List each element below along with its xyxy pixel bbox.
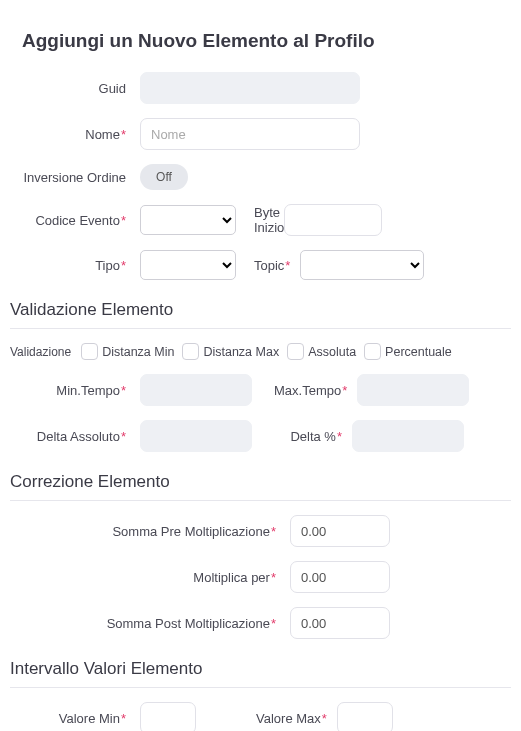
moltiplica-field[interactable] xyxy=(290,561,390,593)
distanza-max-label: Distanza Max xyxy=(203,345,279,359)
min-tempo-label: Min.Tempo* xyxy=(10,383,140,398)
valore-max-label: Valore Max* xyxy=(196,711,337,726)
delta-assoluto-label: Delta Assoluto* xyxy=(10,429,140,444)
codice-evento-label: Codice Evento* xyxy=(10,213,140,228)
inversione-label: Inversione Ordine xyxy=(10,170,140,185)
tipo-label: Tipo* xyxy=(10,258,140,273)
max-tempo-field xyxy=(357,374,469,406)
byte-inizio-field[interactable] xyxy=(284,204,382,236)
assoluta-label: Assoluta xyxy=(308,345,356,359)
somma-post-field[interactable] xyxy=(290,607,390,639)
codice-evento-select[interactable] xyxy=(140,205,236,235)
min-tempo-field xyxy=(140,374,252,406)
somma-pre-label: Somma Pre Moltiplicazione* xyxy=(10,524,290,539)
distanza-min-checkbox[interactable] xyxy=(81,343,98,360)
validazione-group-label: Validazione xyxy=(10,345,71,359)
distanza-min-label: Distanza Min xyxy=(102,345,174,359)
inversione-toggle[interactable]: Off xyxy=(140,164,188,190)
nome-field[interactable] xyxy=(140,118,360,150)
max-tempo-label: Max.Tempo* xyxy=(252,383,357,398)
moltiplica-label: Moltiplica per* xyxy=(10,570,290,585)
delta-pct-field xyxy=(352,420,464,452)
topic-label: Topic* xyxy=(236,258,300,273)
percentuale-label: Percentuale xyxy=(385,345,452,359)
valore-min-field[interactable] xyxy=(140,702,196,731)
page-title: Aggiungi un Nuovo Elemento al Profilo xyxy=(22,30,521,52)
valore-min-label: Valore Min* xyxy=(10,711,140,726)
guid-field xyxy=(140,72,360,104)
section-correzione-title: Correzione Elemento xyxy=(10,472,511,501)
nome-label: Nome* xyxy=(10,127,140,142)
tipo-select[interactable] xyxy=(140,250,236,280)
byte-inizio-label: Byte Inizio* xyxy=(236,205,284,235)
delta-assoluto-field xyxy=(140,420,252,452)
topic-select[interactable] xyxy=(300,250,424,280)
distanza-max-checkbox[interactable] xyxy=(182,343,199,360)
delta-pct-label: Delta %* xyxy=(252,429,352,444)
somma-pre-field[interactable] xyxy=(290,515,390,547)
percentuale-checkbox[interactable] xyxy=(364,343,381,360)
guid-label: Guid xyxy=(10,81,140,96)
somma-post-label: Somma Post Moltiplicazione* xyxy=(10,616,290,631)
assoluta-checkbox[interactable] xyxy=(287,343,304,360)
valore-max-field[interactable] xyxy=(337,702,393,731)
section-intervallo-title: Intervallo Valori Elemento xyxy=(10,659,511,688)
section-validazione-title: Validazione Elemento xyxy=(10,300,511,329)
